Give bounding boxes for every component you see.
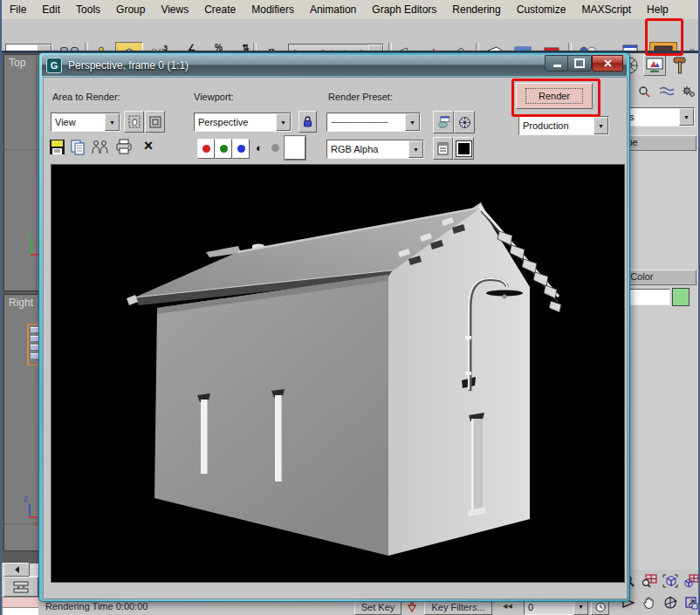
viewport-dropdown[interactable]: Perspective ▼: [194, 113, 292, 132]
maximize-icon: [574, 58, 585, 68]
menu-file[interactable]: File: [2, 1, 34, 19]
render-button-label: Render: [525, 88, 583, 104]
render-button[interactable]: Render: [516, 83, 593, 109]
render-preset-value: --------------------------: [327, 118, 405, 126]
environment-icon: [458, 116, 471, 129]
menu-customize[interactable]: Customize: [509, 1, 574, 19]
menu-views[interactable]: Views: [153, 1, 196, 19]
copy-image-button[interactable]: [70, 139, 87, 157]
chevron-down-icon[interactable]: ▼: [405, 113, 420, 131]
alpha-channel-button[interactable]: [267, 139, 283, 157]
3dsmax-application: File Edit Tools Group Views Create Modif…: [0, 0, 700, 615]
chevron-down-icon[interactable]: ▼: [276, 113, 291, 131]
channel-display-dropdown[interactable]: RGB Alpha ▼: [326, 140, 424, 159]
maximize-viewport-button[interactable]: [681, 593, 700, 612]
axis-z-label: z: [24, 494, 28, 503]
render-setup-small-button[interactable]: [433, 111, 454, 133]
blue-channel-button[interactable]: [232, 139, 250, 159]
zoom-extents-all-button[interactable]: [681, 571, 700, 591]
axis-y-label: y: [27, 229, 31, 239]
minimize-button[interactable]: [545, 55, 569, 72]
arc-rotate-button[interactable]: [660, 593, 680, 612]
viewport-right-label[interactable]: Right: [9, 297, 33, 309]
menu-create[interactable]: Create: [196, 1, 244, 19]
environment-button[interactable]: [454, 111, 475, 133]
category-systems-icon[interactable]: [682, 85, 696, 99]
area-to-render-label: Area to Render:: [52, 92, 120, 102]
render-preset-dropdown[interactable]: -------------------------- ▼: [326, 113, 421, 132]
time-configuration-icon: [595, 602, 606, 612]
render-preset-label: Render Preset:: [328, 92, 393, 102]
menu-group[interactable]: Group: [108, 1, 153, 19]
tab-display-monitor-icon: [646, 58, 663, 73]
zoom-all-icon: [642, 574, 657, 588]
category-spacewarps-icon[interactable]: [659, 86, 674, 98]
green-channel-button[interactable]: [215, 139, 232, 159]
rendered-house-image: [51, 165, 622, 580]
maximize-viewport-icon: [684, 596, 698, 610]
clone-icon: [91, 139, 110, 155]
chevron-down-icon[interactable]: ▼: [679, 108, 694, 126]
menu-bar: File Edit Tools Group Views Create Modif…: [2, 0, 700, 20]
chevron-down-icon[interactable]: ▼: [594, 117, 608, 134]
production-dropdown[interactable]: Production ▼: [518, 116, 609, 135]
save-image-button[interactable]: [49, 139, 66, 157]
render-canvas[interactable]: [51, 164, 625, 583]
clear-image-button[interactable]: ×: [140, 137, 157, 155]
monochrome-button[interactable]: ◐: [251, 139, 267, 157]
clone-window-button[interactable]: [91, 139, 112, 157]
primitive-category-dropdown[interactable]: es ▼: [620, 107, 695, 126]
main-toolbar: v ▼: [2, 19, 700, 51]
zoom-extents-button[interactable]: [660, 571, 680, 591]
chevron-down-icon[interactable]: ▼: [105, 113, 120, 131]
edit-region-hand-icon: [128, 115, 141, 128]
menu-help[interactable]: Help: [639, 1, 676, 19]
close-button[interactable]: [592, 55, 623, 72]
clear-x-icon: ×: [144, 137, 154, 155]
zoom-extents-all-icon: [683, 574, 699, 588]
menu-graph-editors[interactable]: Graph Editors: [364, 1, 444, 19]
maxscript-mini-listener-white[interactable]: [2, 607, 40, 615]
go-to-start-icon[interactable]: ◀◀: [503, 603, 512, 610]
rfw-body: Area to Render: Viewport: Render Preset:…: [43, 77, 628, 599]
zoom-all-button[interactable]: [639, 571, 659, 591]
minimize-icon: [553, 65, 561, 67]
area-to-render-dropdown[interactable]: View ▼: [51, 113, 120, 132]
lock-icon: [303, 116, 312, 127]
background-color-swatch[interactable]: [285, 136, 305, 160]
key-filters-label: Key Filters...: [431, 602, 484, 612]
edit-region-button[interactable]: [124, 111, 144, 133]
menu-animation[interactable]: Animation: [302, 1, 364, 19]
menu-rendering[interactable]: Rendering: [444, 1, 508, 19]
tab-display[interactable]: [643, 55, 666, 76]
mini-curve-editor-button[interactable]: [3, 577, 38, 597]
scroll-left-arrow-icon: [15, 566, 19, 573]
viewport-value: Perspective: [195, 117, 276, 127]
rfw-title-bar[interactable]: G Perspective, frame 0 (1:1): [42, 55, 627, 76]
menu-maxscript[interactable]: MAXScript: [573, 1, 639, 19]
blue-channel-icon: [237, 145, 245, 153]
category-helpers-icon[interactable]: [638, 85, 651, 99]
menu-tools[interactable]: Tools: [68, 1, 108, 19]
menu-modifiers[interactable]: Modifiers: [244, 1, 302, 19]
layer-channel-icon: [437, 142, 449, 155]
object-color-swatch[interactable]: [672, 288, 690, 306]
auto-region-button[interactable]: [145, 111, 165, 133]
chevron-down-icon[interactable]: ▼: [408, 140, 423, 158]
toggle-ui-button[interactable]: [453, 137, 474, 160]
viewport-top-label[interactable]: Top: [9, 57, 25, 69]
menu-edit[interactable]: Edit: [34, 1, 68, 19]
layer-channel-button[interactable]: [433, 137, 453, 160]
trackbar-scroll-left-button[interactable]: [3, 563, 30, 577]
rfw-window-logo-icon: G: [46, 58, 62, 73]
pan-hand-icon: [642, 596, 656, 610]
maximize-button[interactable]: [567, 55, 592, 72]
red-channel-button[interactable]: [197, 139, 215, 159]
tab-utilities-hammer-icon[interactable]: [670, 56, 690, 75]
close-icon: [604, 59, 612, 67]
pan-button[interactable]: [639, 593, 659, 612]
area-to-render-value: View: [51, 117, 105, 127]
print-image-button[interactable]: [115, 139, 134, 157]
current-frame-value: 0: [525, 602, 533, 612]
lock-viewport-button[interactable]: [299, 111, 317, 133]
